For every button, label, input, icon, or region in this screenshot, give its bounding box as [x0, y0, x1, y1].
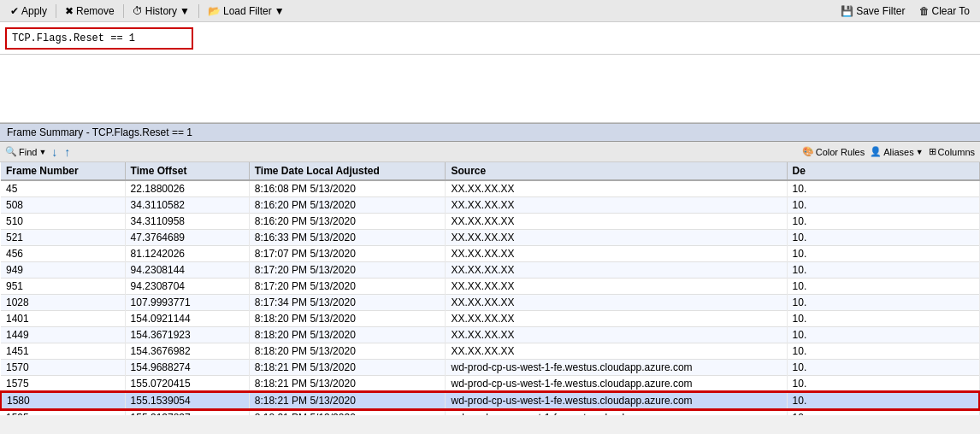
- cell-frame: 949: [1, 262, 125, 279]
- cell-time: 8:17:07 PM 5/13/2020: [249, 246, 446, 262]
- table-row[interactable]: 1401154.09211448:18:20 PM 5/13/2020XX.XX…: [1, 311, 979, 327]
- cell-dest: 10.: [787, 392, 979, 409]
- table-row[interactable]: 50834.31105828:16:20 PM 5/13/2020XX.XX.X…: [1, 197, 979, 214]
- cell-source: XX.XX.XX.XX: [446, 295, 787, 311]
- cell-frame: 1451: [1, 343, 125, 360]
- cell-dest: 10.: [787, 343, 979, 360]
- color-rules-button[interactable]: 🎨 Color Rules: [802, 146, 865, 157]
- cell-offset: 22.1880026: [125, 180, 249, 197]
- cell-offset: 154.3671923: [125, 327, 249, 343]
- cell-dest: 10.: [787, 197, 979, 214]
- col-header-time: Time Date Local Adjusted: [249, 162, 446, 180]
- cell-dest: 10.: [787, 246, 979, 262]
- table-row[interactable]: 1580155.15390548:18:21 PM 5/13/2020wd-pr…: [1, 392, 979, 409]
- packet-section: 🔍 Find ▼ ↓ ↑ 🎨 Color Rules 👤 Aliases ▼ ⊞…: [0, 142, 980, 415]
- cell-source: XX.XX.XX.XX: [446, 343, 787, 360]
- up-arrow-button[interactable]: ↑: [62, 146, 72, 158]
- cell-frame: 510: [1, 214, 125, 230]
- cell-frame: 1449: [1, 327, 125, 343]
- table-row[interactable]: 1595155.31378378:18:21 PM 5/13/2020wd-pr…: [1, 409, 979, 415]
- cell-offset: 154.3676982: [125, 343, 249, 360]
- cell-time: 8:16:20 PM 5/13/2020: [249, 197, 446, 214]
- table-header-row: Frame Number Time Offset Time Date Local…: [1, 162, 979, 180]
- load-icon: 📂: [208, 5, 221, 17]
- cell-time: 8:18:21 PM 5/13/2020: [249, 360, 446, 376]
- separator-2: [123, 4, 124, 18]
- filter-input-area: [0, 22, 980, 55]
- apply-button[interactable]: ✔ Apply: [5, 3, 52, 19]
- table-row[interactable]: 1028107.99937718:17:34 PM 5/13/2020XX.XX…: [1, 295, 979, 311]
- down-arrow-button[interactable]: ↓: [50, 146, 59, 158]
- cell-time: 8:18:20 PM 5/13/2020: [249, 343, 446, 360]
- load-filter-button[interactable]: 📂 Load Filter ▼: [203, 3, 290, 19]
- cell-time: 8:18:20 PM 5/13/2020: [249, 311, 446, 327]
- cell-source: XX.XX.XX.XX: [446, 197, 787, 214]
- chevron-down-icon-2: ▼: [275, 5, 285, 17]
- cell-time: 8:18:21 PM 5/13/2020: [249, 392, 446, 409]
- cell-source: wd-prod-cp-us-west-1-fe.westus.cloudapp.…: [446, 376, 787, 393]
- cell-frame: 1575: [1, 376, 125, 393]
- columns-button[interactable]: ⊞ Columns: [929, 146, 975, 157]
- filter-toolbar: ✔ Apply ✖ Remove ⏱ History ▼ 📂 Load Filt…: [0, 0, 980, 22]
- aliases-chevron-icon: ▼: [916, 148, 924, 156]
- cell-frame: 951: [1, 279, 125, 295]
- history-icon: ⏱: [133, 5, 143, 17]
- cell-source: XX.XX.XX.XX: [446, 214, 787, 230]
- table-row[interactable]: 1451154.36769828:18:20 PM 5/13/2020XX.XX…: [1, 343, 979, 360]
- cell-source: XX.XX.XX.XX: [446, 279, 787, 295]
- cell-offset: 81.1242026: [125, 246, 249, 262]
- cell-frame: 1580: [1, 392, 125, 409]
- remove-button[interactable]: ✖ Remove: [60, 3, 120, 19]
- cell-time: 8:17:20 PM 5/13/2020: [249, 262, 446, 279]
- history-button[interactable]: ⏱ History ▼: [127, 3, 195, 19]
- table-row[interactable]: 45681.12420268:17:07 PM 5/13/2020XX.XX.X…: [1, 246, 979, 262]
- cell-dest: 10.: [787, 360, 979, 376]
- find-chevron-icon: ▼: [38, 148, 46, 156]
- cell-frame: 456: [1, 246, 125, 262]
- packet-toolbar-right: 🎨 Color Rules 👤 Aliases ▼ ⊞ Columns: [802, 146, 975, 157]
- aliases-button[interactable]: 👤 Aliases ▼: [870, 146, 923, 157]
- table-row[interactable]: 52147.37646898:16:33 PM 5/13/2020XX.XX.X…: [1, 230, 979, 246]
- filter-input[interactable]: [5, 27, 193, 50]
- cell-frame: 1570: [1, 360, 125, 376]
- cell-source: XX.XX.XX.XX: [446, 327, 787, 343]
- table-body: 4522.18800268:16:08 PM 5/13/2020XX.XX.XX…: [1, 180, 979, 415]
- cell-frame: 45: [1, 180, 125, 197]
- table-row[interactable]: 1575155.07204158:18:21 PM 5/13/2020wd-pr…: [1, 376, 979, 393]
- cell-dest: 10.: [787, 214, 979, 230]
- apply-icon: ✔: [10, 5, 19, 17]
- cell-frame: 1595: [1, 409, 125, 415]
- table-row[interactable]: 94994.23081448:17:20 PM 5/13/2020XX.XX.X…: [1, 262, 979, 279]
- table-row[interactable]: 51034.31109588:16:20 PM 5/13/2020XX.XX.X…: [1, 214, 979, 230]
- cell-time: 8:17:34 PM 5/13/2020: [249, 295, 446, 311]
- cell-time: 8:18:21 PM 5/13/2020: [249, 409, 446, 415]
- find-button[interactable]: 🔍 Find ▼: [5, 146, 46, 157]
- separator-1: [56, 4, 56, 18]
- cell-source: wd-prod-cp-us-west-1-fe.westus.cloudapp.…: [446, 392, 787, 409]
- clear-button[interactable]: 🗑 Clear To: [914, 3, 975, 19]
- table-row[interactable]: 1570154.96882748:18:21 PM 5/13/2020wd-pr…: [1, 360, 979, 376]
- cell-dest: 10.: [787, 180, 979, 197]
- col-header-offset: Time Offset: [125, 162, 249, 180]
- aliases-icon: 👤: [870, 146, 882, 157]
- cell-dest: 10.: [787, 279, 979, 295]
- frame-summary-label: Frame Summary - TCP.Flags.Reset == 1: [7, 126, 192, 138]
- table-row[interactable]: 1449154.36719238:18:20 PM 5/13/2020XX.XX…: [1, 327, 979, 343]
- cell-source: XX.XX.XX.XX: [446, 180, 787, 197]
- cell-offset: 155.1539054: [125, 392, 249, 409]
- cell-frame: 521: [1, 230, 125, 246]
- table-row[interactable]: 95194.23087048:17:20 PM 5/13/2020XX.XX.X…: [1, 279, 979, 295]
- cell-time: 8:16:20 PM 5/13/2020: [249, 214, 446, 230]
- cell-dest: 10.: [787, 295, 979, 311]
- cell-offset: 155.3137837: [125, 409, 249, 415]
- cell-time: 8:17:20 PM 5/13/2020: [249, 279, 446, 295]
- table-row[interactable]: 4522.18800268:16:08 PM 5/13/2020XX.XX.XX…: [1, 180, 979, 197]
- cell-offset: 47.3764689: [125, 230, 249, 246]
- cell-offset: 94.2308704: [125, 279, 249, 295]
- cell-source: wd-prod-cp-us-west-1-fe.westus.cloudapp.…: [446, 409, 787, 415]
- cell-time: 8:18:20 PM 5/13/2020: [249, 327, 446, 343]
- cell-source: XX.XX.XX.XX: [446, 246, 787, 262]
- cell-time: 8:18:21 PM 5/13/2020: [249, 376, 446, 393]
- save-filter-button[interactable]: 💾 Save Filter: [835, 3, 910, 19]
- cell-dest: 10.: [787, 262, 979, 279]
